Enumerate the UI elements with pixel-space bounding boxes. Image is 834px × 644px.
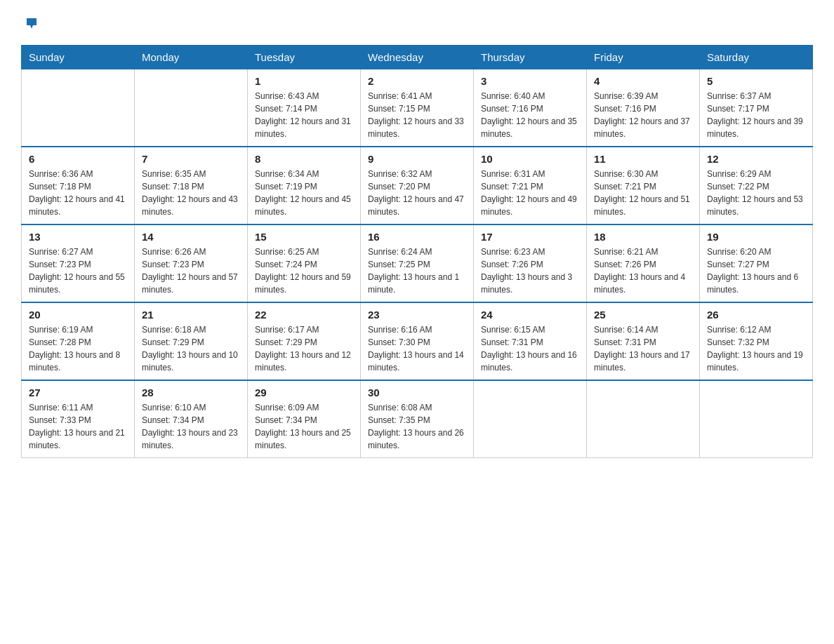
day-number: 16 bbox=[368, 231, 466, 243]
day-sun-info: Sunrise: 6:17 AMSunset: 7:29 PMDaylight:… bbox=[255, 323, 353, 374]
day-number: 1 bbox=[255, 75, 353, 87]
logo-arrow-icon bbox=[24, 15, 39, 34]
day-sun-info: Sunrise: 6:14 AMSunset: 7:31 PMDaylight:… bbox=[594, 323, 692, 374]
day-number: 26 bbox=[707, 309, 805, 321]
calendar-cell: 28Sunrise: 6:10 AMSunset: 7:34 PMDayligh… bbox=[135, 380, 248, 458]
day-number: 25 bbox=[594, 309, 692, 321]
calendar-cell: 29Sunrise: 6:09 AMSunset: 7:34 PMDayligh… bbox=[248, 380, 361, 458]
day-sun-info: Sunrise: 6:29 AMSunset: 7:22 PMDaylight:… bbox=[707, 168, 805, 218]
day-number: 24 bbox=[481, 309, 579, 321]
calendar-cell: 1Sunrise: 6:43 AMSunset: 7:14 PMDaylight… bbox=[248, 69, 361, 147]
day-sun-info: Sunrise: 6:10 AMSunset: 7:34 PMDaylight:… bbox=[142, 401, 240, 452]
day-sun-info: Sunrise: 6:36 AMSunset: 7:18 PMDaylight:… bbox=[29, 168, 127, 218]
day-sun-info: Sunrise: 6:15 AMSunset: 7:31 PMDaylight:… bbox=[481, 323, 579, 374]
day-sun-info: Sunrise: 6:40 AMSunset: 7:16 PMDaylight:… bbox=[481, 90, 579, 140]
calendar-cell: 14Sunrise: 6:26 AMSunset: 7:23 PMDayligh… bbox=[135, 224, 248, 302]
calendar-cell bbox=[135, 69, 248, 147]
calendar-cell: 22Sunrise: 6:17 AMSunset: 7:29 PMDayligh… bbox=[248, 302, 361, 380]
calendar-cell: 19Sunrise: 6:20 AMSunset: 7:27 PMDayligh… bbox=[700, 224, 813, 302]
day-sun-info: Sunrise: 6:25 AMSunset: 7:24 PMDaylight:… bbox=[255, 246, 353, 296]
page-header bbox=[21, 14, 813, 31]
day-number: 20 bbox=[29, 309, 127, 321]
day-number: 17 bbox=[481, 231, 579, 243]
calendar-cell: 18Sunrise: 6:21 AMSunset: 7:26 PMDayligh… bbox=[587, 224, 700, 302]
day-sun-info: Sunrise: 6:08 AMSunset: 7:35 PMDaylight:… bbox=[368, 401, 466, 452]
day-sun-info: Sunrise: 6:11 AMSunset: 7:33 PMDaylight:… bbox=[29, 401, 127, 452]
calendar-cell: 9Sunrise: 6:32 AMSunset: 7:20 PMDaylight… bbox=[361, 147, 474, 224]
day-sun-info: Sunrise: 6:43 AMSunset: 7:14 PMDaylight:… bbox=[255, 90, 353, 140]
calendar-cell: 5Sunrise: 6:37 AMSunset: 7:17 PMDaylight… bbox=[700, 69, 813, 147]
calendar-cell: 27Sunrise: 6:11 AMSunset: 7:33 PMDayligh… bbox=[22, 380, 135, 458]
calendar-cell: 3Sunrise: 6:40 AMSunset: 7:16 PMDaylight… bbox=[474, 69, 587, 147]
calendar-cell: 21Sunrise: 6:18 AMSunset: 7:29 PMDayligh… bbox=[135, 302, 248, 380]
day-sun-info: Sunrise: 6:27 AMSunset: 7:23 PMDaylight:… bbox=[29, 246, 127, 296]
calendar-week-row: 20Sunrise: 6:19 AMSunset: 7:28 PMDayligh… bbox=[22, 302, 813, 380]
col-header-wednesday: Wednesday bbox=[361, 46, 474, 69]
day-number: 10 bbox=[481, 153, 579, 165]
day-number: 14 bbox=[142, 231, 240, 243]
calendar-cell: 25Sunrise: 6:14 AMSunset: 7:31 PMDayligh… bbox=[587, 302, 700, 380]
col-header-thursday: Thursday bbox=[474, 46, 587, 69]
calendar-cell: 17Sunrise: 6:23 AMSunset: 7:26 PMDayligh… bbox=[474, 224, 587, 302]
calendar-week-row: 13Sunrise: 6:27 AMSunset: 7:23 PMDayligh… bbox=[22, 224, 813, 302]
calendar-cell: 12Sunrise: 6:29 AMSunset: 7:22 PMDayligh… bbox=[700, 147, 813, 224]
calendar-cell: 7Sunrise: 6:35 AMSunset: 7:18 PMDaylight… bbox=[135, 147, 248, 224]
day-number: 5 bbox=[707, 75, 805, 87]
day-sun-info: Sunrise: 6:30 AMSunset: 7:21 PMDaylight:… bbox=[594, 168, 692, 218]
day-sun-info: Sunrise: 6:21 AMSunset: 7:26 PMDaylight:… bbox=[594, 246, 692, 296]
col-header-tuesday: Tuesday bbox=[248, 46, 361, 69]
calendar-cell: 26Sunrise: 6:12 AMSunset: 7:32 PMDayligh… bbox=[700, 302, 813, 380]
day-number: 21 bbox=[142, 309, 240, 321]
calendar-week-row: 27Sunrise: 6:11 AMSunset: 7:33 PMDayligh… bbox=[22, 380, 813, 458]
day-number: 18 bbox=[594, 231, 692, 243]
day-sun-info: Sunrise: 6:35 AMSunset: 7:18 PMDaylight:… bbox=[142, 168, 240, 218]
calendar-cell: 6Sunrise: 6:36 AMSunset: 7:18 PMDaylight… bbox=[22, 147, 135, 224]
col-header-saturday: Saturday bbox=[700, 46, 813, 69]
day-sun-info: Sunrise: 6:41 AMSunset: 7:15 PMDaylight:… bbox=[368, 90, 466, 140]
calendar-cell bbox=[587, 380, 700, 458]
svg-marker-0 bbox=[27, 18, 37, 29]
calendar-cell bbox=[22, 69, 135, 147]
day-sun-info: Sunrise: 6:09 AMSunset: 7:34 PMDaylight:… bbox=[255, 401, 353, 452]
calendar-cell: 4Sunrise: 6:39 AMSunset: 7:16 PMDaylight… bbox=[587, 69, 700, 147]
day-sun-info: Sunrise: 6:20 AMSunset: 7:27 PMDaylight:… bbox=[707, 246, 805, 296]
day-number: 6 bbox=[29, 153, 127, 165]
day-sun-info: Sunrise: 6:19 AMSunset: 7:28 PMDaylight:… bbox=[29, 323, 127, 374]
calendar-week-row: 6Sunrise: 6:36 AMSunset: 7:18 PMDaylight… bbox=[22, 147, 813, 224]
day-sun-info: Sunrise: 6:37 AMSunset: 7:17 PMDaylight:… bbox=[707, 90, 805, 140]
calendar-header-row: SundayMondayTuesdayWednesdayThursdayFrid… bbox=[22, 46, 813, 69]
calendar-cell: 10Sunrise: 6:31 AMSunset: 7:21 PMDayligh… bbox=[474, 147, 587, 224]
day-sun-info: Sunrise: 6:32 AMSunset: 7:20 PMDaylight:… bbox=[368, 168, 466, 218]
calendar-cell: 11Sunrise: 6:30 AMSunset: 7:21 PMDayligh… bbox=[587, 147, 700, 224]
day-number: 30 bbox=[368, 387, 466, 398]
logo bbox=[21, 14, 39, 31]
day-number: 8 bbox=[255, 153, 353, 165]
day-sun-info: Sunrise: 6:12 AMSunset: 7:32 PMDaylight:… bbox=[707, 323, 805, 374]
day-number: 7 bbox=[142, 153, 240, 165]
day-number: 9 bbox=[368, 153, 466, 165]
col-header-sunday: Sunday bbox=[22, 46, 135, 69]
calendar-week-row: 1Sunrise: 6:43 AMSunset: 7:14 PMDaylight… bbox=[22, 69, 813, 147]
day-number: 12 bbox=[707, 153, 805, 165]
day-number: 28 bbox=[142, 387, 240, 398]
calendar-cell: 8Sunrise: 6:34 AMSunset: 7:19 PMDaylight… bbox=[248, 147, 361, 224]
day-number: 22 bbox=[255, 309, 353, 321]
day-number: 4 bbox=[594, 75, 692, 87]
day-number: 15 bbox=[255, 231, 353, 243]
day-sun-info: Sunrise: 6:24 AMSunset: 7:25 PMDaylight:… bbox=[368, 246, 466, 296]
day-sun-info: Sunrise: 6:31 AMSunset: 7:21 PMDaylight:… bbox=[481, 168, 579, 218]
day-sun-info: Sunrise: 6:23 AMSunset: 7:26 PMDaylight:… bbox=[481, 246, 579, 296]
day-number: 3 bbox=[481, 75, 579, 87]
day-number: 2 bbox=[368, 75, 466, 87]
calendar-cell bbox=[700, 380, 813, 458]
day-number: 23 bbox=[368, 309, 466, 321]
day-sun-info: Sunrise: 6:39 AMSunset: 7:16 PMDaylight:… bbox=[594, 90, 692, 140]
day-number: 29 bbox=[255, 387, 353, 398]
calendar-cell: 13Sunrise: 6:27 AMSunset: 7:23 PMDayligh… bbox=[22, 224, 135, 302]
day-number: 11 bbox=[594, 153, 692, 165]
day-number: 19 bbox=[707, 231, 805, 243]
day-sun-info: Sunrise: 6:18 AMSunset: 7:29 PMDaylight:… bbox=[142, 323, 240, 374]
day-sun-info: Sunrise: 6:34 AMSunset: 7:19 PMDaylight:… bbox=[255, 168, 353, 218]
calendar-cell: 20Sunrise: 6:19 AMSunset: 7:28 PMDayligh… bbox=[22, 302, 135, 380]
day-number: 13 bbox=[29, 231, 127, 243]
